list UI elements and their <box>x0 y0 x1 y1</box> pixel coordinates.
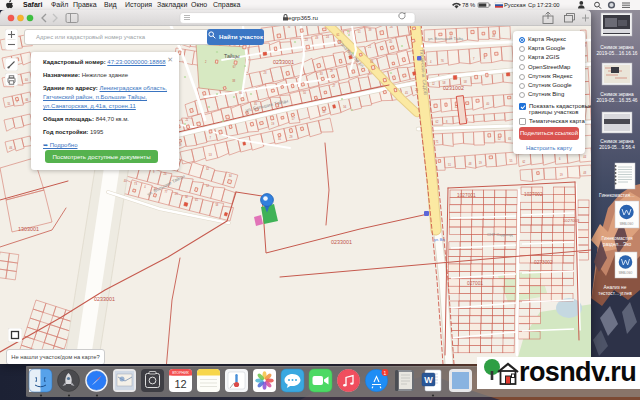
svg-text:ВТОРНИК: ВТОРНИК <box>172 371 190 375</box>
svg-text:1: 1 <box>384 370 387 376</box>
svg-text:W: W <box>424 375 433 385</box>
svg-text:12: 12 <box>174 378 186 390</box>
